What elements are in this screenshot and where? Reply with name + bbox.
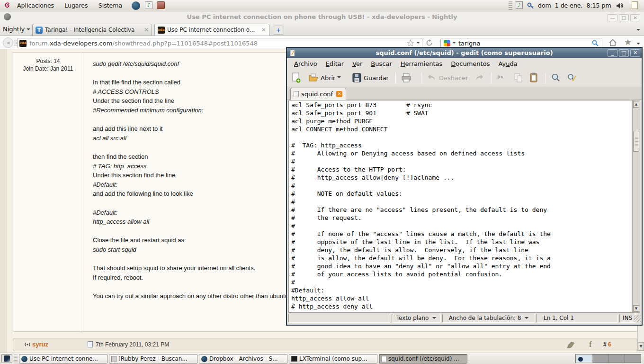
code-line: # bbox=[291, 198, 632, 206]
maximize-button[interactable]: □ bbox=[619, 14, 629, 21]
post-author[interactable]: syruz bbox=[32, 341, 48, 348]
maximize-button[interactable]: □ bbox=[619, 49, 629, 57]
open-button[interactable]: Abrir bbox=[308, 72, 341, 83]
chevron-down-icon[interactable] bbox=[636, 43, 640, 46]
save-button[interactable]: Guardar bbox=[351, 72, 389, 83]
reload-icon[interactable] bbox=[425, 39, 433, 47]
taskbar-grip[interactable] bbox=[14, 355, 18, 363]
scroll-up-icon[interactable]: ▲ bbox=[633, 101, 639, 108]
code-line: http_access allow all bbox=[291, 295, 632, 303]
facebook-icon[interactable]: f bbox=[589, 340, 592, 349]
code-line: # bbox=[291, 158, 632, 166]
find-button[interactable] bbox=[550, 72, 562, 83]
replace-button[interactable] bbox=[566, 72, 578, 83]
task-use-pc[interactable]: Use PC internet conne... bbox=[19, 354, 107, 364]
undo-button[interactable]: Deshacer bbox=[426, 72, 468, 83]
scroll-down-icon[interactable]: ▼ bbox=[633, 305, 639, 312]
redo-button[interactable] bbox=[474, 72, 485, 83]
close-button[interactable]: ✕ bbox=[630, 49, 640, 57]
menu-herramientas[interactable]: Herramientas bbox=[396, 58, 447, 70]
code-line: # NOTE on default values: bbox=[291, 190, 632, 198]
user-online-icon bbox=[24, 341, 31, 348]
editor-scrollbar[interactable]: ▲ ▼ bbox=[632, 100, 640, 313]
scrollbar-thumb[interactable] bbox=[633, 131, 639, 152]
workspace-2[interactable] bbox=[592, 355, 608, 363]
code-line: # TAG: http_access bbox=[291, 142, 632, 150]
scroll-down-icon[interactable]: ▼ bbox=[638, 342, 644, 351]
print-button[interactable] bbox=[401, 72, 412, 83]
search-icon[interactable] bbox=[591, 39, 599, 47]
tray-notes-icon[interactable] bbox=[632, 1, 638, 9]
minimize-button[interactable]: _ bbox=[608, 49, 617, 57]
twitter-icon[interactable] bbox=[565, 340, 577, 350]
tray-music-icon[interactable]: ♪ bbox=[516, 1, 523, 9]
package-launcher-icon[interactable] bbox=[157, 1, 165, 9]
menu-documentos[interactable]: Documentos bbox=[447, 58, 494, 70]
tray-key-icon[interactable] bbox=[527, 1, 535, 9]
workspace-3[interactable] bbox=[609, 355, 625, 363]
xda-favicon: xda bbox=[19, 40, 27, 47]
paste-button[interactable] bbox=[528, 72, 539, 83]
chevron-down-icon bbox=[525, 317, 528, 321]
app-menu-button[interactable]: Nightly bbox=[3, 24, 30, 35]
clock[interactable]: dom 1 de ene, 8:15 pm bbox=[538, 0, 611, 11]
volume-icon[interactable] bbox=[616, 2, 624, 9]
workspace-4[interactable] bbox=[625, 355, 641, 363]
task-gedit[interactable]: squid.conf (/etc/squid) ... bbox=[379, 354, 467, 364]
task-lxterminal[interactable]: LXTerminal (como sup... bbox=[289, 354, 377, 364]
post-number[interactable]: # 6 bbox=[603, 341, 611, 348]
new-tab-button[interactable]: + bbox=[273, 26, 284, 35]
workspace-switcher[interactable] bbox=[575, 354, 641, 363]
show-desktop-button[interactable] bbox=[1, 354, 12, 363]
menu-buscar[interactable]: Buscar bbox=[367, 58, 396, 70]
menu-ver[interactable]: Ver bbox=[348, 58, 367, 70]
language-selector[interactable]: Texto plano bbox=[392, 314, 441, 323]
music-launcher-icon[interactable]: ♪ bbox=[145, 1, 152, 9]
google-icon bbox=[444, 40, 450, 46]
cut-button[interactable]: ✂ bbox=[497, 72, 504, 82]
gedit-titlebar[interactable]: squid.conf (/etc/squid) - gedit (como su… bbox=[287, 48, 642, 58]
workspace-1[interactable] bbox=[576, 355, 592, 363]
text-editor[interactable]: acl Safe_ports port 873 # rsyncacl Safe_… bbox=[288, 100, 632, 313]
menu-ayuda[interactable]: Ayuda bbox=[494, 58, 521, 70]
chevron-down-icon bbox=[432, 317, 436, 321]
chevron-down-icon[interactable] bbox=[452, 42, 456, 46]
code-line: # bbox=[291, 182, 632, 190]
menu-lugares[interactable]: Lugares bbox=[61, 0, 91, 11]
document-icon bbox=[294, 91, 299, 97]
tab-xda[interactable]: xda Use PC internet connection o... ✕ bbox=[154, 24, 269, 36]
task-rubby[interactable]: [Rubby Perez - Buscan... bbox=[109, 354, 197, 364]
menu-sistema[interactable]: Sistema bbox=[95, 0, 126, 11]
chevron-down-icon[interactable] bbox=[416, 42, 420, 46]
close-button[interactable]: ✕ bbox=[630, 14, 640, 21]
home-icon[interactable] bbox=[608, 38, 617, 47]
document-tab[interactable]: squid.conf ✕ bbox=[290, 88, 346, 100]
list-tabs-icon[interactable] bbox=[636, 29, 640, 33]
resize-grip[interactable] bbox=[634, 315, 641, 322]
bookmark-star-icon[interactable] bbox=[407, 39, 414, 47]
tab-close-icon[interactable]: ✕ bbox=[261, 27, 266, 33]
copy-button[interactable] bbox=[513, 72, 524, 83]
tab-close-icon[interactable]: ✕ bbox=[144, 27, 149, 33]
search-input[interactable]: tarigna bbox=[458, 40, 480, 47]
menu-editar[interactable]: Editar bbox=[322, 58, 349, 70]
status-message bbox=[288, 314, 390, 323]
task-dropbox[interactable]: Dropbox - Archivos - S... bbox=[199, 354, 287, 364]
post-footer: syruz 7th February 2011, 03:21 PM f # 6 bbox=[13, 338, 637, 351]
minimize-button[interactable]: — bbox=[608, 14, 617, 21]
tab-taringa[interactable]: T Taringa! - Inteligencia Colectiva ✕ bbox=[32, 24, 152, 36]
tab-width-selector[interactable]: Ancho de la tabulación: 8 bbox=[442, 314, 535, 323]
menu-aplicaciones[interactable]: Aplicaciones bbox=[13, 0, 58, 11]
tab-close-icon[interactable]: ✕ bbox=[336, 91, 342, 97]
window-menu-button[interactable] bbox=[4, 13, 11, 20]
gedit-icon bbox=[289, 49, 296, 57]
gedit-tabbar: squid.conf ✕ bbox=[287, 87, 642, 100]
menu-archivo[interactable]: Archivo bbox=[290, 58, 322, 70]
tray-grip[interactable] bbox=[509, 1, 512, 10]
browser-launcher-icon[interactable] bbox=[132, 1, 140, 10]
new-document-button[interactable] bbox=[291, 72, 301, 83]
back-button[interactable]: ◂ bbox=[3, 37, 13, 48]
bookmarks-menu-icon[interactable] bbox=[623, 38, 633, 47]
debian-logo-icon[interactable] bbox=[3, 1, 11, 9]
taskbar: Use PC internet conne... [Rubby Perez - … bbox=[0, 353, 644, 364]
